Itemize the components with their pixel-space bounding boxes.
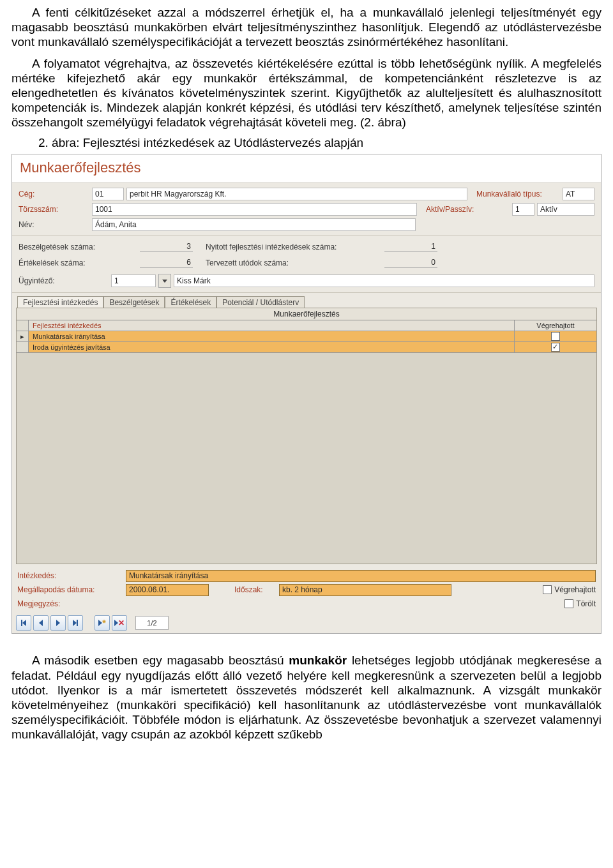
detail-section: Intézkedés: Munkatársak irányítása Megál… bbox=[12, 567, 601, 613]
grid-title: Munkaerőfejlesztés bbox=[17, 308, 596, 320]
chevron-down-icon bbox=[162, 280, 167, 283]
nav-next-button[interactable] bbox=[50, 615, 66, 631]
counts-section: Beszélgetések száma: 3 Nyitott fejleszté… bbox=[12, 236, 601, 293]
label-tipus: Munkavállaló típus: bbox=[476, 190, 563, 198]
plus-icon: * bbox=[102, 618, 105, 628]
header-section: Cég: 01 perbit HR Magyarország Kft. Munk… bbox=[12, 183, 601, 236]
tab-ertekelesek[interactable]: Értékelések bbox=[165, 296, 216, 308]
figure-caption: 2. ábra: Fejlesztési intézkedések az Utó… bbox=[38, 136, 602, 150]
tab-content: Munkaerőfejlesztés Fejlesztési intézkedé… bbox=[16, 308, 597, 564]
label-nev: Név: bbox=[19, 220, 92, 229]
ceg-name-field[interactable]: perbit HR Magyarország Kft. bbox=[126, 188, 467, 200]
ceg-code-field[interactable]: 01 bbox=[92, 188, 124, 200]
torolt-checkbox[interactable] bbox=[564, 599, 573, 608]
label-ugyintezo: Ügyintéző: bbox=[19, 276, 111, 285]
megallapodas-field[interactable]: 2000.06.01. bbox=[126, 584, 209, 596]
column-header-intezkedes[interactable]: Fejlesztési intézkedés bbox=[29, 320, 515, 331]
label-beszelgetesek: Beszélgetések száma: bbox=[19, 243, 140, 251]
count-nyitott: 1 bbox=[384, 242, 437, 252]
table-row[interactable]: ▸ Munkatársak irányítása bbox=[17, 331, 596, 342]
torzsszam-field[interactable]: 1001 bbox=[92, 203, 417, 216]
record-count: 1/2 bbox=[135, 616, 169, 630]
nav-first-button[interactable] bbox=[16, 615, 31, 631]
label-nyitott: Nyitott fejlesztési intézkedések száma: bbox=[206, 243, 384, 251]
paragraph-text: A folyamatot végrehajtva, az összevetés … bbox=[11, 56, 602, 130]
row-selector-icon[interactable]: ▸ bbox=[17, 331, 29, 341]
label-megjegyzes: Megjegyzés: bbox=[17, 599, 126, 608]
ugyintezo-name-field[interactable]: Kiss Márk bbox=[174, 274, 594, 287]
label-utodok: Tervezett utódok száma: bbox=[206, 258, 384, 267]
delete-icon: ✕ bbox=[118, 618, 125, 627]
label-megallapodas: Megállapodás dátuma: bbox=[17, 585, 126, 594]
label-torolt: Törölt bbox=[576, 599, 596, 608]
idoszak-field[interactable]: kb. 2 hónap bbox=[279, 584, 451, 596]
tipus-field[interactable]: AT bbox=[563, 188, 594, 200]
vegrehajtott-checkbox[interactable] bbox=[543, 585, 552, 594]
intezkedes-field[interactable]: Munkatársak irányítása bbox=[126, 570, 596, 582]
nav-prev-button[interactable] bbox=[33, 615, 49, 631]
label-ceg: Cég: bbox=[19, 190, 92, 198]
label-vegrehajtott: Végrehajtott bbox=[554, 585, 596, 594]
count-beszelgetesek: 3 bbox=[140, 242, 193, 252]
ugyintezo-code-field[interactable]: 1 bbox=[111, 274, 156, 287]
cell-checkbox[interactable] bbox=[551, 343, 560, 352]
label-ertekelesek: Értékelések száma: bbox=[19, 258, 140, 267]
grid-header: Fejlesztési intézkedés Végrehajtott bbox=[17, 320, 596, 331]
record-navigator: * ✕ 1/2 bbox=[12, 613, 601, 633]
tab-fejlesztesi-intezkedes[interactable]: Fejlesztési intézkedés bbox=[17, 296, 103, 308]
window-title: Munkaerőfejlesztés bbox=[12, 154, 601, 183]
column-header-vegrehajtott[interactable]: Végrehajtott bbox=[515, 320, 596, 331]
nav-delete-button[interactable]: ✕ bbox=[112, 615, 127, 631]
cell-checkbox[interactable] bbox=[551, 332, 560, 341]
nev-field[interactable]: Ádám, Anita bbox=[92, 218, 416, 231]
nav-add-button[interactable]: * bbox=[95, 615, 110, 631]
arrow-left-icon bbox=[39, 620, 43, 626]
label-intezkedes: Intézkedés: bbox=[17, 571, 126, 580]
label-idoszak: Időszak: bbox=[234, 585, 279, 594]
cell-intezkedes: Iroda ügyintézés javítása bbox=[29, 342, 515, 352]
paragraph-text: A második esetben egy magasabb beosztású… bbox=[11, 653, 602, 742]
tab-potencial[interactable]: Potenciál / Utódlásterv bbox=[216, 296, 305, 308]
count-ertekelesek: 6 bbox=[140, 258, 193, 268]
arrow-right-icon bbox=[56, 620, 60, 626]
paragraph-text: A fenti célkitűzéseket azzal a módszerre… bbox=[11, 5, 602, 50]
status-text-field[interactable]: Aktív bbox=[537, 203, 594, 216]
grid-empty-area bbox=[17, 353, 596, 564]
nav-last-button[interactable] bbox=[68, 615, 83, 631]
ugyintezo-dropdown-button[interactable] bbox=[158, 274, 171, 288]
count-utodok: 0 bbox=[384, 258, 437, 268]
cell-intezkedes: Munkatársak irányítása bbox=[29, 331, 515, 341]
tabstrip: Fejlesztési intézkedés Beszélgetések Ért… bbox=[12, 293, 601, 308]
status-code-field[interactable]: 1 bbox=[512, 203, 534, 216]
label-status: Aktív/Passzív: bbox=[426, 205, 512, 214]
app-window: Munkaerőfejlesztés Cég: 01 perbit HR Mag… bbox=[11, 154, 602, 634]
table-row[interactable]: Iroda ügyintézés javítása bbox=[17, 342, 596, 353]
tab-beszelgetesek[interactable]: Beszélgetések bbox=[103, 296, 165, 308]
label-torzsszam: Törzsszám: bbox=[19, 205, 92, 214]
